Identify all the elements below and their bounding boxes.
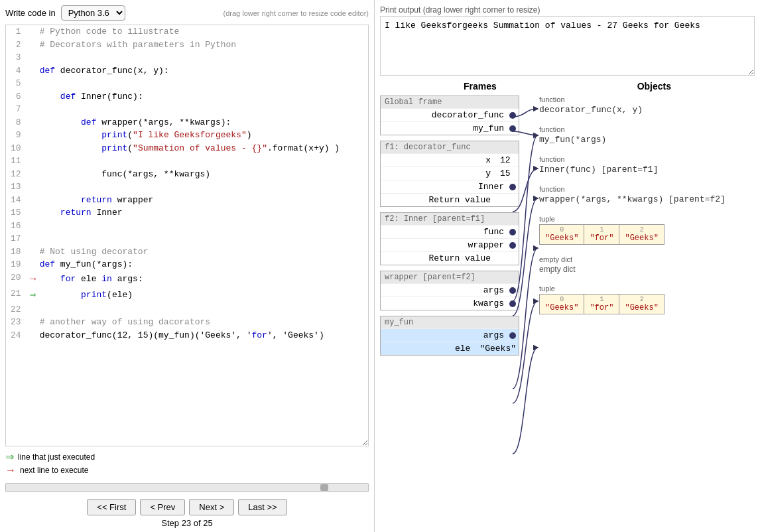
frames-col: Global framedecorator_funcmy_funf1: deco… <box>380 96 519 361</box>
left-panel: Write code in Python 3.6 (drag lower rig… <box>0 0 375 532</box>
line-code <box>40 155 368 168</box>
line-arrow <box>27 245 40 259</box>
right-panel: Print output (drag lower right corner to… <box>375 0 760 532</box>
frame-dot <box>509 332 516 339</box>
line-code: decorator_func(12, 15)(my_fun)('Geeks', … <box>40 329 368 342</box>
line-arrow <box>27 103 40 116</box>
frame-dot <box>509 287 516 294</box>
frame-dot <box>509 229 516 235</box>
legend-red-text: next line to execute <box>20 466 88 475</box>
line-number: 4 <box>6 64 27 78</box>
line-arrow <box>27 258 40 271</box>
line-code: def my_fun(*args): <box>40 258 368 271</box>
code-line-18: 18# Not using decorator <box>6 245 368 259</box>
viz-content: Global framedecorator_funcmy_funf1: deco… <box>380 96 755 527</box>
line-number: 14 <box>6 194 27 207</box>
frame-var-row: x12 <box>381 153 519 166</box>
line-arrow <box>27 168 40 181</box>
code-editor[interactable]: 1# Python code to illustrate2# Decorator… <box>5 25 369 446</box>
code-line-16: 16 <box>6 220 368 233</box>
line-arrow <box>27 316 40 329</box>
legend-green: ⇒ line that just executed <box>5 450 369 463</box>
line-number: 16 <box>6 220 27 233</box>
line-number: 6 <box>6 90 27 103</box>
empty-dict: empty dict <box>539 265 760 274</box>
scrollbar-container <box>0 480 374 495</box>
line-number: 13 <box>6 180 27 194</box>
frame-var-row: args <box>381 328 519 342</box>
frame-dot <box>509 300 516 307</box>
line-arrow <box>27 116 40 129</box>
legend-red: → next line to execute <box>5 464 369 476</box>
object-type: tuple <box>539 285 760 293</box>
frame-var-name: ele <box>383 344 475 354</box>
toolbar: Write code in Python 3.6 (drag lower rig… <box>0 5 374 25</box>
object-type: empty dict <box>539 255 760 263</box>
language-select[interactable]: Python 3.6 <box>61 5 125 21</box>
line-code: print(ele) <box>40 287 368 303</box>
code-line-22: 22 <box>6 303 368 316</box>
step-label: Step 23 of 25 <box>0 517 374 532</box>
output-label: Print output (drag lower right corner to… <box>380 5 755 15</box>
line-arrow <box>27 220 40 233</box>
line-number: 21 <box>6 287 27 303</box>
next-button[interactable]: Next > <box>189 499 234 515</box>
object-type: function <box>539 125 760 133</box>
line-number: 5 <box>6 77 27 90</box>
line-arrow <box>27 142 40 155</box>
line-code: def decorator_func(x, y): <box>40 64 368 78</box>
objects-col: functiondecorator_func(x, y)functionmy_f… <box>539 96 760 325</box>
line-arrow <box>27 232 40 245</box>
line-arrow <box>27 329 40 342</box>
tuple-cell: 1"for" <box>584 295 619 314</box>
code-line-24: 24decorator_func(12, 15)(my_fun)('Geeks'… <box>6 329 368 342</box>
object-item-0: functiondecorator_func(x, y) <box>539 96 760 115</box>
prev-button[interactable]: < Prev <box>140 499 185 515</box>
output-section: Print output (drag lower right corner to… <box>380 5 755 76</box>
line-number: 18 <box>6 245 27 259</box>
object-type: tuple <box>539 215 760 223</box>
green-arrow-icon: ⇒ <box>5 450 14 463</box>
frame-dot <box>509 112 516 119</box>
line-code <box>40 180 368 194</box>
object-label: wrapper(*args, **kwargs) [parent=f2] <box>539 194 760 204</box>
line-number: 1 <box>6 25 27 38</box>
line-code: return Inner <box>40 206 368 220</box>
frame-box-f2: f2: Inner [parent=f1]funcwrapperReturn v… <box>380 212 519 265</box>
line-number: 24 <box>6 329 27 342</box>
code-line-3: 3 <box>6 51 368 64</box>
line-number: 19 <box>6 258 27 271</box>
line-arrow <box>27 180 40 194</box>
code-line-8: 8 def wrapper(*args, **kwargs): <box>6 116 368 129</box>
line-arrow: ⇒ <box>27 287 40 303</box>
first-button[interactable]: << First <box>87 499 136 515</box>
legend: ⇒ line that just executed → next line to… <box>0 446 374 480</box>
code-line-17: 17 <box>6 232 368 245</box>
line-number: 7 <box>6 103 27 116</box>
code-line-23: 23# another way of using dacorators <box>6 316 368 329</box>
line-code <box>40 103 368 116</box>
frame-val: 12 <box>496 155 516 165</box>
code-line-5: 5 <box>6 77 368 90</box>
frames-header: Frames <box>464 81 497 92</box>
nav-buttons: << First < Prev Next > Last >> <box>0 495 374 517</box>
line-code: # Decorators with parameters in Python <box>40 38 368 52</box>
last-button[interactable]: Last >> <box>238 499 286 515</box>
line-code <box>40 232 368 245</box>
line-number: 12 <box>6 168 27 181</box>
object-label: decorator_func(x, y) <box>539 105 760 115</box>
frame-var-name: decorator_func <box>383 110 509 120</box>
tuple-cell: 2"Geeks" <box>619 225 663 244</box>
object-item-6: tuple0"Geeks"1"for"2"Geeks" <box>539 285 760 314</box>
frame-var-name: Return value <box>383 253 496 263</box>
scrollbar[interactable] <box>5 483 369 492</box>
line-arrow <box>27 90 40 103</box>
frame-header: f2: Inner [parent=f1] <box>381 213 519 225</box>
scroll-thumb <box>320 484 328 491</box>
frame-var-name: my_fun <box>383 123 509 133</box>
code-line-11: 11 <box>6 155 368 168</box>
object-type: function <box>539 96 760 103</box>
tuple-cell: 0"Geeks" <box>540 295 584 314</box>
line-number: 8 <box>6 116 27 129</box>
frame-var-row: y15 <box>381 166 519 180</box>
